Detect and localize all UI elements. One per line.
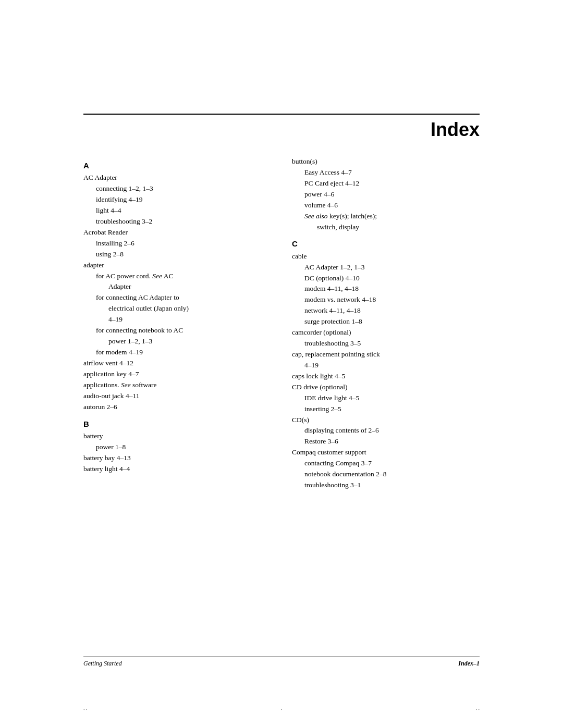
list-item: troubleshooting 3–1 [304, 480, 480, 491]
index-title: Index [431, 119, 480, 141]
list-item: applications. See software [83, 380, 271, 391]
list-item: camcorder (optional) [292, 327, 480, 338]
list-item: identifying 4–19 [96, 194, 271, 205]
list-item: installing 2–6 [96, 238, 271, 249]
list-item: battery light 4–4 [83, 464, 271, 475]
list-item: 4–19 [304, 360, 480, 371]
list-item: CD drive (optional) [292, 382, 480, 393]
list-item: for connecting notebook to AC [96, 325, 271, 336]
list-item: battery bay 4–13 [83, 453, 271, 464]
list-item: power 4–6 [304, 189, 480, 200]
page-container: Index A AC Adapter connecting 1–2, 1–3 i… [0, 0, 563, 728]
list-item: Acrobat Reader [83, 227, 271, 238]
list-item: for modem 4–19 [96, 347, 271, 358]
list-item: CD(s) [292, 415, 480, 426]
list-item: surge protection 1–8 [304, 316, 480, 327]
list-item: IDE drive light 4–5 [304, 393, 480, 404]
list-item: Easy Access 4–7 [304, 167, 480, 178]
footer-left-text: Getting Started [83, 660, 122, 668]
list-item: network 4–11, 4–18 [304, 305, 480, 316]
list-item: adapter [83, 260, 271, 271]
list-item: power 1–8 [96, 442, 271, 453]
list-item: battery [83, 431, 271, 442]
footer-right-text: Index–1 [458, 660, 480, 668]
list-item: AC Adapter 1–2, 1–3 [304, 262, 480, 273]
list-item: application key 4–7 [83, 369, 271, 380]
list-item: Adapter [108, 281, 271, 292]
top-rule [83, 114, 480, 115]
section-letter-a: A [83, 159, 271, 171]
section-letter-c: C [292, 238, 480, 250]
column-right: button(s) Easy Access 4–7 PC Card eject … [292, 156, 480, 491]
list-item: AC Adapter [83, 172, 271, 183]
list-item: for AC power cord. See AC [96, 271, 271, 282]
footer: Getting Started Index–1 [83, 660, 480, 668]
bottom-dots: · · · · · [83, 707, 480, 712]
list-item: PC Card eject 4–12 [304, 178, 480, 189]
list-item: power 1–2, 1–3 [108, 336, 271, 347]
index-content: A AC Adapter connecting 1–2, 1–3 identif… [83, 156, 480, 491]
list-item: cable [292, 251, 480, 262]
list-item: notebook documentation 2–8 [304, 469, 480, 480]
bottom-rule [83, 657, 480, 657]
list-item: audio-out jack 4–11 [83, 391, 271, 402]
list-item: using 2–8 [96, 249, 271, 260]
list-item: light 4–4 [96, 205, 271, 216]
list-item: autorun 2–6 [83, 402, 271, 413]
list-item: button(s) [292, 156, 480, 167]
list-item: connecting 1–2, 1–3 [96, 183, 271, 194]
list-item: switch, display [317, 222, 480, 233]
list-item: for connecting AC Adapter to [96, 292, 271, 303]
list-item: 4–19 [108, 314, 271, 325]
list-item: inserting 2–5 [304, 404, 480, 415]
list-item: DC (optional) 4–10 [304, 273, 480, 284]
list-item: displaying contents of 2–6 [304, 425, 480, 436]
list-item: caps lock light 4–5 [292, 371, 480, 382]
list-item: cap, replacement pointing stick [292, 349, 480, 360]
list-item: troubleshooting 3–2 [96, 216, 271, 227]
list-item: troubleshooting 3–5 [304, 338, 480, 349]
list-item: electrical outlet (Japan only) [108, 303, 271, 314]
list-item: airflow vent 4–12 [83, 358, 271, 369]
list-item: See also key(s); latch(es); [304, 211, 480, 222]
list-item: modem vs. network 4–18 [304, 294, 480, 305]
list-item: Restore 3–6 [304, 436, 480, 447]
section-letter-b: B [83, 418, 271, 430]
list-item: volume 4–6 [304, 200, 480, 211]
list-item: modem 4–11, 4–18 [304, 283, 480, 294]
list-item: contacting Compaq 3–7 [304, 458, 480, 469]
list-item: Compaq customer support [292, 447, 480, 458]
column-left: A AC Adapter connecting 1–2, 1–3 identif… [83, 156, 271, 491]
